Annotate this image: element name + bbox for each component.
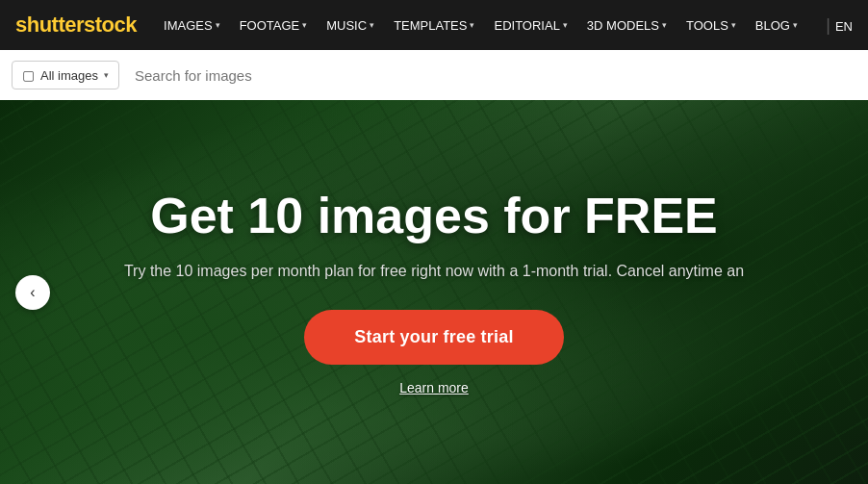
hero-content: Get 10 images for FREE Try the 10 images… (105, 169, 763, 414)
search-input[interactable] (119, 67, 868, 84)
carousel-prev-icon: ‹ (30, 284, 35, 301)
nav-item-images[interactable]: IMAGES▾ (156, 13, 228, 38)
nav-item-label: FOOTAGE (240, 18, 300, 33)
nav-item-label: IMAGES (164, 18, 213, 33)
learn-more-link[interactable]: Learn more (124, 380, 744, 395)
cta-button[interactable]: Start your free trial (304, 310, 563, 365)
nav-chevron-icon: ▾ (216, 20, 220, 30)
nav-item-label: EDITORIAL (494, 18, 559, 33)
nav-item-music[interactable]: MUSIC▾ (319, 13, 382, 38)
nav-item-templates[interactable]: TEMPLATES▾ (386, 13, 482, 38)
nav-chevron-icon: ▾ (563, 20, 568, 30)
nav-links: IMAGES▾FOOTAGE▾MUSIC▾TEMPLATES▾EDITORIAL… (156, 13, 806, 38)
hero-title: Get 10 images for FREE (124, 189, 744, 243)
nav-item-label: TEMPLATES (394, 18, 467, 33)
nav-end: | EN (826, 15, 853, 36)
nav-chevron-icon: ▾ (793, 20, 798, 30)
hero-subtitle: Try the 10 images per month plan for fre… (124, 260, 744, 283)
nav-item-label: TOOLS (686, 18, 728, 33)
nav-item-footage[interactable]: FOOTAGE▾ (232, 13, 316, 38)
nav-chevron-icon: ▾ (302, 20, 307, 30)
logo-text: shutterstock (15, 13, 137, 37)
nav-end-label[interactable]: EN (835, 19, 853, 34)
nav-chevron-icon: ▾ (662, 20, 667, 30)
nav-item-3d-models[interactable]: 3D MODELS▾ (579, 13, 675, 38)
nav-item-label: 3D MODELS (587, 18, 659, 33)
nav-chevron-icon: ▾ (731, 20, 736, 30)
nav-chevron-icon: ▾ (370, 20, 374, 30)
logo[interactable]: shutterstock (15, 13, 137, 38)
image-filter-icon: ▢ (22, 67, 35, 83)
nav-item-label: BLOG (755, 18, 790, 33)
search-filter-label: All images (40, 68, 98, 83)
nav-item-tools[interactable]: TOOLS▾ (678, 13, 744, 38)
main-nav: shutterstock IMAGES▾FOOTAGE▾MUSIC▾TEMPLA… (0, 0, 868, 50)
nav-item-label: MUSIC (326, 18, 367, 33)
nav-item-blog[interactable]: BLOG▾ (748, 13, 805, 38)
filter-chevron-icon: ▾ (104, 70, 109, 80)
nav-item-editorial[interactable]: EDITORIAL▾ (486, 13, 574, 38)
carousel-prev-button[interactable]: ‹ (15, 275, 50, 310)
hero-section: ‹ Get 10 images for FREE Try the 10 imag… (0, 100, 868, 484)
search-bar: ▢ All images ▾ (0, 50, 868, 100)
search-filter-dropdown[interactable]: ▢ All images ▾ (12, 61, 119, 89)
nav-chevron-icon: ▾ (470, 20, 474, 30)
